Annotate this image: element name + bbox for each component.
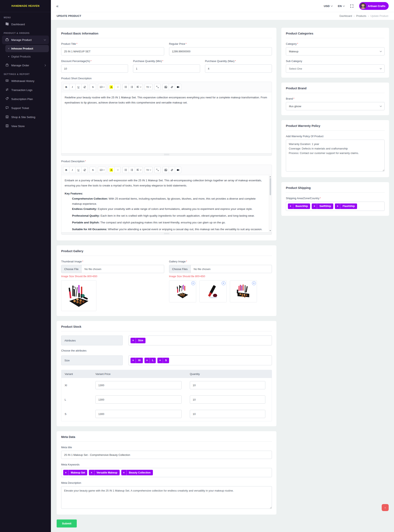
tag-remove-button[interactable]: × [288, 203, 293, 209]
tag-remove-button[interactable]: × [335, 203, 340, 209]
unordered-list-icon[interactable] [123, 167, 129, 173]
clear-format-icon[interactable] [82, 167, 88, 173]
shipping-tags-input[interactable]: × BasicShip × SwiftShip × FlashShip [286, 202, 384, 211]
tag-remove-button[interactable]: × [130, 338, 136, 343]
line-height-button[interactable]: TI [145, 167, 152, 173]
tag-remove-button[interactable]: × [130, 358, 136, 363]
size-field[interactable]: Size [61, 355, 123, 365]
sidebar-item-digital-products[interactable]: Digital Products [5, 53, 49, 60]
regular-price-input[interactable] [169, 47, 272, 55]
strikethrough-button[interactable]: S [90, 167, 96, 173]
fullscreen-editor-icon[interactable] [154, 84, 161, 90]
ordered-list-icon[interactable] [129, 84, 135, 90]
variant-qty-input[interactable] [190, 410, 265, 418]
short-description-content[interactable]: Redefine your beauty routine with the 25… [61, 92, 272, 153]
variant-price-input[interactable] [95, 410, 181, 418]
size-tags-input[interactable]: × Xl × L × S [129, 355, 272, 365]
editor-scrollbar[interactable] [269, 175, 271, 232]
brand-select[interactable]: illus gloow [286, 102, 384, 110]
sidebar-item-withdrawal-history[interactable]: Withdrawal History [2, 77, 49, 85]
insert-video-icon[interactable] [175, 167, 181, 173]
discount-input[interactable] [61, 64, 128, 73]
paragraph-align-button[interactable] [135, 84, 143, 90]
category-select[interactable]: Makeup [286, 47, 384, 55]
font-size-select[interactable]: 13 [98, 84, 106, 90]
editor-resize-handle[interactable] [61, 153, 272, 156]
submit-button[interactable]: Submit [57, 519, 77, 527]
qty-max-input[interactable] [205, 64, 272, 73]
sidebar-item-transaction-logs[interactable]: Transaction Logs [2, 86, 49, 94]
language-select[interactable]: EN [338, 5, 345, 8]
sidebar-item-manage-product[interactable]: Manage Product [2, 36, 49, 44]
editor-resize-handle[interactable] [61, 232, 272, 235]
variant-price-input[interactable] [95, 381, 181, 389]
remove-image-button[interactable]: × [222, 281, 226, 285]
sidebar-collapse-button[interactable]: « [56, 4, 58, 8]
fullscreen-icon[interactable] [350, 4, 354, 8]
sub-category-select[interactable]: Select One [286, 64, 384, 73]
sidebar-item-shop-site-setting[interactable]: Shop & Site Setting [2, 113, 49, 121]
unordered-list-icon[interactable] [123, 84, 129, 90]
line-height-button[interactable]: TI [145, 84, 152, 90]
attributes-field[interactable]: Attributes [61, 335, 123, 345]
paragraph-align-button[interactable] [135, 167, 143, 173]
variant-qty-input[interactable] [190, 381, 265, 389]
sidebar-item-inhouse-product[interactable]: Inhouse Product [5, 45, 49, 52]
insert-link-icon[interactable] [169, 167, 175, 173]
insert-image-icon[interactable] [162, 84, 169, 90]
currency-select[interactable]: USD [324, 5, 333, 8]
sidebar-item-view-store[interactable]: View Store [2, 122, 49, 130]
underline-button[interactable]: U [75, 167, 82, 173]
product-title-input[interactable] [61, 47, 164, 55]
scroll-to-top-button[interactable]: ↑ [382, 504, 389, 511]
profile-menu-button[interactable]: Artisan Crafts [359, 2, 389, 10]
tag-remove-button[interactable]: × [312, 203, 317, 209]
tag-remove-button[interactable]: × [63, 470, 68, 475]
tag-remove-button[interactable]: × [121, 470, 127, 475]
breadcrumb-dashboard[interactable]: Dashboard [339, 15, 352, 17]
file-chosen-text: No file chosen [82, 265, 104, 273]
text-color-button[interactable]: A [108, 84, 114, 90]
remove-image-button[interactable]: × [191, 281, 195, 285]
meta-description-textarea[interactable]: Elevate your beauty game with the 25 IN … [61, 486, 272, 509]
clear-format-icon[interactable] [82, 84, 88, 90]
insert-video-icon[interactable] [175, 84, 181, 90]
tag-remove-button[interactable]: × [157, 358, 163, 363]
strikethrough-button[interactable]: S [90, 84, 96, 90]
ordered-list-icon[interactable] [129, 167, 135, 173]
italic-button[interactable]: I [69, 167, 76, 173]
gallery-files-input[interactable]: Choose Files No file chosen [169, 265, 272, 273]
tag-remove-button[interactable]: × [89, 470, 94, 475]
font-size-select[interactable]: 13 [98, 167, 106, 173]
italic-button[interactable]: I [69, 84, 76, 90]
attribute-tags-input[interactable]: × Size [129, 335, 272, 345]
sidebar-item-dashboard[interactable]: Dashboard [2, 20, 49, 29]
variant-price-input[interactable] [95, 396, 181, 404]
meta-title-input[interactable] [61, 451, 272, 459]
bold-button[interactable]: B [63, 167, 69, 173]
remove-image-button[interactable]: × [252, 281, 256, 285]
breadcrumb-products[interactable]: Products [356, 15, 366, 17]
sidebar-item-subscription-plan[interactable]: Subscription Plan [2, 95, 49, 103]
insert-link-icon[interactable] [169, 84, 175, 90]
text-color-button[interactable]: A [108, 167, 114, 173]
insert-image-icon[interactable] [162, 167, 169, 173]
thumbnail-file-input[interactable]: Choose File No file chosen [61, 265, 164, 273]
fullscreen-editor-icon[interactable] [154, 167, 161, 173]
qty-min-input[interactable] [133, 64, 200, 73]
underline-button[interactable]: U [75, 84, 82, 90]
description-content[interactable]: Embark on a journey of beauty and self-e… [61, 175, 272, 232]
variant-qty-input[interactable] [190, 396, 265, 404]
variant-table-header: Variant Variant Price Quantity [61, 370, 272, 378]
bold-button[interactable]: B [63, 84, 69, 90]
warranty-textarea[interactable]: Warranty Duration: 1 year Coverage: Defe… [286, 140, 384, 172]
shipping-tag: × BasicShip [288, 203, 310, 209]
choose-files-button[interactable]: Choose Files [169, 265, 191, 273]
tag-remove-button[interactable]: × [145, 358, 150, 363]
sidebar-item-manage-order[interactable]: Manage Order [2, 61, 49, 70]
text-color-dropdown[interactable] [114, 167, 121, 173]
text-color-dropdown[interactable] [114, 84, 121, 90]
sidebar-item-support-ticket[interactable]: Support Ticket [2, 104, 49, 112]
choose-file-button[interactable]: Choose File [61, 265, 82, 273]
meta-keywords-input[interactable]: × Makeup Set × Versatile Makeup × Beauty… [61, 468, 272, 477]
